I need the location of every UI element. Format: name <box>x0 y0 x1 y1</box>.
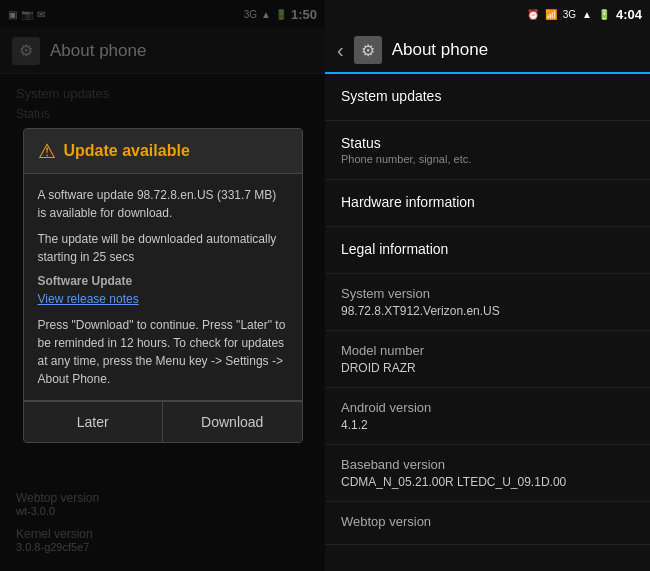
menu-item-title-legal: Legal information <box>341 241 634 257</box>
right-content: System updates Status Phone number, sign… <box>325 74 650 571</box>
menu-item-status[interactable]: Status Phone number, signal, etc. <box>325 121 650 180</box>
gear-icon-right: ⚙ <box>354 36 382 64</box>
system-version-value: 98.72.8.XT912.Verizon.en.US <box>341 304 634 318</box>
menu-item-title-system-updates: System updates <box>341 88 634 104</box>
menu-item-hardware[interactable]: Hardware information <box>325 180 650 227</box>
dialog-title: Update available <box>64 142 190 160</box>
view-release-notes-link[interactable]: View release notes <box>38 292 288 306</box>
baseband-value: CDMA_N_05.21.00R LTEDC_U_09.1D.00 <box>341 475 634 489</box>
model-label: Model number <box>341 343 634 358</box>
android-value: 4.1.2 <box>341 418 634 432</box>
battery-right: 🔋 <box>598 9 610 20</box>
baseband-label: Baseband version <box>341 457 634 472</box>
system-version-label: System version <box>341 286 634 301</box>
left-panel: ▣ 📷 ✉ 3G ▲ 🔋 1:50 ⚙ About phone System u… <box>0 0 325 571</box>
warning-icon: ⚠ <box>38 139 56 163</box>
info-row-system-version: System version 98.72.8.XT912.Verizon.en.… <box>325 274 650 331</box>
info-row-android: Android version 4.1.2 <box>325 388 650 445</box>
later-button[interactable]: Later <box>24 402 164 442</box>
menu-item-system-updates[interactable]: System updates <box>325 74 650 121</box>
header-title-right: About phone <box>392 40 488 60</box>
dialog-instructions: Press "Download" to continue. Press "Lat… <box>38 316 288 388</box>
dialog-title-bar: ⚠ Update available <box>24 129 302 174</box>
menu-item-title-status: Status <box>341 135 634 151</box>
dialog-overlay: ⚠ Update available A software update 98.… <box>0 0 325 571</box>
dialog-body: A software update 98.72.8.en.US (331.7 M… <box>24 174 302 401</box>
menu-item-legal[interactable]: Legal information <box>325 227 650 274</box>
info-row-baseband: Baseband version CDMA_N_05.21.00R LTEDC_… <box>325 445 650 502</box>
info-row-webtop: Webtop version <box>325 502 650 545</box>
dialog-buttons: Later Download <box>24 401 302 442</box>
network-right: 3G <box>563 9 576 20</box>
dialog-message1: A software update 98.72.8.en.US (331.7 M… <box>38 186 288 222</box>
webtop-right-label: Webtop version <box>341 514 634 529</box>
dialog-message2: The update will be downloaded automatica… <box>38 230 288 266</box>
android-label: Android version <box>341 400 634 415</box>
status-bar-right: ⏰ 📶 3G ▲ 🔋 4:04 <box>325 0 650 28</box>
info-row-model: Model number DROID RAZR <box>325 331 650 388</box>
back-arrow-icon[interactable]: ‹ <box>337 39 344 62</box>
download-button[interactable]: Download <box>163 402 302 442</box>
signal-right: ▲ <box>582 9 592 20</box>
wifi-icon: 📶 <box>545 9 557 20</box>
alarm-icon: ⏰ <box>527 9 539 20</box>
menu-item-sub-status: Phone number, signal, etc. <box>341 153 634 165</box>
right-panel: ⏰ 📶 3G ▲ 🔋 4:04 ‹ ⚙ About phone System u… <box>325 0 650 571</box>
update-dialog: ⚠ Update available A software update 98.… <box>23 128 303 443</box>
software-update-label: Software Update <box>38 274 288 288</box>
time-right: 4:04 <box>616 7 642 22</box>
header-bar-right: ‹ ⚙ About phone <box>325 28 650 74</box>
model-value: DROID RAZR <box>341 361 634 375</box>
menu-item-title-hardware: Hardware information <box>341 194 634 210</box>
